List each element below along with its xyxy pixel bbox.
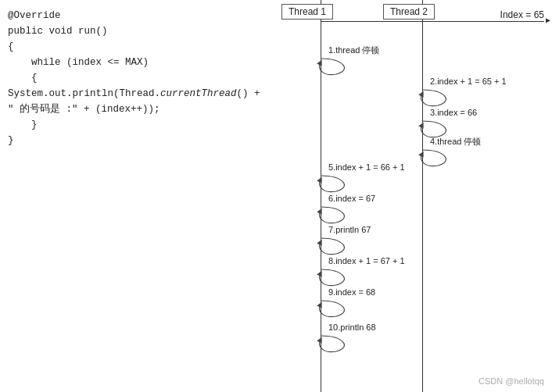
code-line-5: { xyxy=(8,70,260,86)
code-line-2: public void run() xyxy=(8,23,260,39)
svg-text:7.println 67: 7.println 67 xyxy=(328,225,371,234)
code-line-9: } xyxy=(8,133,260,148)
thread1-header: Thread 1 xyxy=(281,4,333,20)
code-line-4: while (index <= MAX) xyxy=(8,55,260,70)
watermark: CSDN @hellotqq xyxy=(479,376,544,386)
code-line-6: System.out.println(Thread.currentThread(… xyxy=(8,86,260,102)
sequence-diagram: Thread 1 Thread 2 Index = 65 1.thread 停顿… xyxy=(266,0,552,392)
svg-text:2.index + 1 = 65 + 1: 2.index + 1 = 65 + 1 xyxy=(430,77,507,86)
svg-text:9.index = 68: 9.index = 68 xyxy=(328,287,375,297)
index-label: Index = 65 xyxy=(500,9,544,20)
svg-text:5.index + 1 = 66 + 1: 5.index + 1 = 66 + 1 xyxy=(328,162,405,172)
svg-text:4.thread 停顿: 4.thread 停顿 xyxy=(430,137,481,146)
svg-text:8.index + 1 = 67 + 1: 8.index + 1 = 67 + 1 xyxy=(328,256,405,265)
svg-text:1.thread 停顿: 1.thread 停顿 xyxy=(328,45,379,55)
code-block: @Override public void run() { while (ind… xyxy=(8,8,260,148)
code-line-7: " 的号码是 :" + (index++)); xyxy=(8,102,260,117)
svg-text:10.println 68: 10.println 68 xyxy=(328,323,376,332)
svg-text:3.index = 66: 3.index = 66 xyxy=(430,108,477,117)
thread2-header: Thread 2 xyxy=(383,4,435,20)
code-line-1: @Override xyxy=(8,8,260,23)
code-line-3: { xyxy=(8,39,260,55)
svg-text:6.index = 67: 6.index = 67 xyxy=(328,194,375,203)
diagram-svg: 1.thread 停顿 2.index + 1 = 65 + 1 3.index… xyxy=(266,0,552,392)
thread1-timeline xyxy=(321,0,321,392)
thread2-timeline xyxy=(422,0,423,392)
code-line-8: } xyxy=(8,117,260,133)
time-arrow xyxy=(321,21,544,22)
